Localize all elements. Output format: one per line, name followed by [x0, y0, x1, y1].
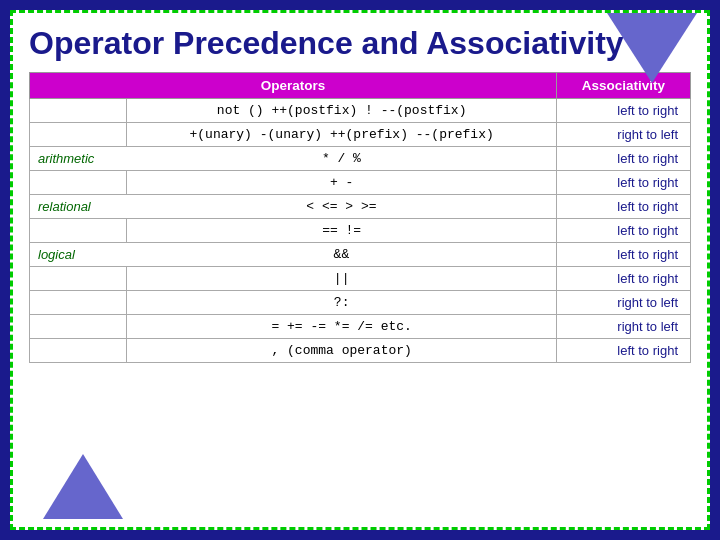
assoc-cell-9: right to left — [556, 315, 690, 339]
operators-cell-2: * / % — [127, 147, 556, 171]
label-logical: logical — [38, 247, 75, 262]
triangle-decoration-right — [607, 13, 697, 83]
precedence-table: Operators Associativity not () ++(postfi… — [29, 72, 691, 363]
operators-cell-9: = += -= *= /= etc. — [127, 315, 556, 339]
assoc-cell-8: right to left — [556, 291, 690, 315]
table-row: = += -= *= /= etc. right to left — [30, 315, 691, 339]
operators-cell-4: < <= > >= — [127, 195, 556, 219]
row-label-1 — [30, 123, 127, 147]
row-label-8 — [30, 291, 127, 315]
table-row: arithmetic * / % left to right — [30, 147, 691, 171]
table-row: relational < <= > >= left to right — [30, 195, 691, 219]
label-relational: relational — [38, 199, 91, 214]
assoc-cell-6: left to right — [556, 243, 690, 267]
row-label-3 — [30, 171, 127, 195]
row-label-6: logical — [30, 243, 127, 267]
table-row: , (comma operator) left to right — [30, 339, 691, 363]
slide-title: Operator Precedence and Associativity — [29, 25, 691, 62]
assoc-cell-0: left to right — [556, 99, 690, 123]
row-label-7 — [30, 267, 127, 291]
table-row: + - left to right — [30, 171, 691, 195]
operators-cell-7: || — [127, 267, 556, 291]
row-label-4: relational — [30, 195, 127, 219]
triangle-decoration-left — [43, 454, 123, 519]
assoc-cell-3: left to right — [556, 171, 690, 195]
table-row: || left to right — [30, 267, 691, 291]
assoc-cell-10: left to right — [556, 339, 690, 363]
operators-cell-8: ?: — [127, 291, 556, 315]
label-arithmetic: arithmetic — [38, 151, 94, 166]
row-label-10 — [30, 339, 127, 363]
operators-cell-3: + - — [127, 171, 556, 195]
table-row: logical && left to right — [30, 243, 691, 267]
table-row: not () ++(postfix) ! --(postfix) left to… — [30, 99, 691, 123]
operators-cell-0: not () ++(postfix) ! --(postfix) — [127, 99, 556, 123]
table-row: == != left to right — [30, 219, 691, 243]
row-label-2: arithmetic — [30, 147, 127, 171]
operators-cell-6: && — [127, 243, 556, 267]
assoc-cell-5: left to right — [556, 219, 690, 243]
table-row: ?: right to left — [30, 291, 691, 315]
assoc-cell-4: left to right — [556, 195, 690, 219]
table-row: +(unary) -(unary) ++(prefix) --(prefix) … — [30, 123, 691, 147]
operators-cell-10: , (comma operator) — [127, 339, 556, 363]
assoc-cell-1: right to left — [556, 123, 690, 147]
assoc-cell-2: left to right — [556, 147, 690, 171]
row-label-9 — [30, 315, 127, 339]
row-label-0 — [30, 99, 127, 123]
operators-cell-1: +(unary) -(unary) ++(prefix) --(prefix) — [127, 123, 556, 147]
operators-header: Operators — [30, 73, 557, 99]
operators-cell-5: == != — [127, 219, 556, 243]
slide: Operator Precedence and Associativity Op… — [10, 10, 710, 530]
assoc-cell-7: left to right — [556, 267, 690, 291]
row-label-5 — [30, 219, 127, 243]
table-container: Operators Associativity not () ++(postfi… — [29, 72, 691, 363]
op-text-0: not () ++(postfix) ! --(postfix) — [217, 103, 467, 118]
